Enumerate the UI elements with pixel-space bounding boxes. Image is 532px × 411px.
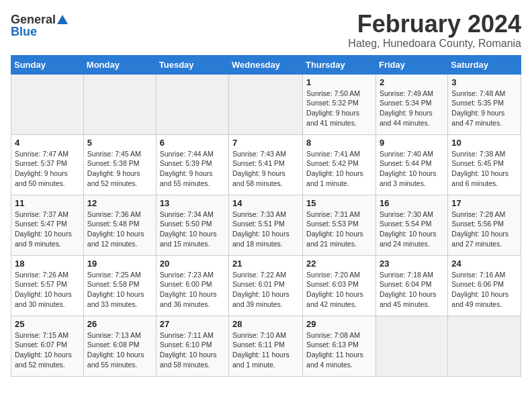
day-cell: 27Sunrise: 7:11 AMSunset: 6:10 PMDayligh…	[156, 316, 228, 376]
day-cell: 9Sunrise: 7:40 AMSunset: 5:44 PMDaylight…	[375, 134, 447, 195]
day-detail: Sunrise: 7:11 AMSunset: 6:10 PMDaylight:…	[160, 330, 225, 370]
day-detail: Sunrise: 7:44 AMSunset: 5:39 PMDaylight:…	[160, 149, 225, 189]
day-cell: 3Sunrise: 7:48 AMSunset: 5:35 PMDaylight…	[448, 74, 521, 134]
day-number: 2	[380, 77, 444, 87]
page-header: General Blue February 2024 Hateg, Hunedo…	[11, 11, 521, 50]
day-cell: 15Sunrise: 7:31 AMSunset: 5:53 PMDayligh…	[303, 195, 376, 255]
logo-blue-text: Blue	[11, 26, 37, 38]
day-cell: 13Sunrise: 7:34 AMSunset: 5:50 PMDayligh…	[156, 195, 228, 255]
day-detail: Sunrise: 7:31 AMSunset: 5:53 PMDaylight:…	[306, 210, 372, 249]
day-number: 29	[306, 319, 372, 329]
day-cell: 5Sunrise: 7:45 AMSunset: 5:38 PMDaylight…	[83, 134, 156, 195]
day-number: 10	[451, 138, 517, 148]
header-saturday: Saturday	[448, 55, 521, 74]
day-number: 21	[232, 259, 299, 269]
day-cell: 21Sunrise: 7:22 AMSunset: 6:01 PMDayligh…	[229, 255, 303, 316]
day-cell: 1Sunrise: 7:50 AMSunset: 5:32 PMDaylight…	[303, 74, 376, 134]
day-number: 15	[306, 198, 372, 208]
day-detail: Sunrise: 7:40 AMSunset: 5:44 PMDaylight:…	[380, 149, 444, 189]
day-cell: 2Sunrise: 7:49 AMSunset: 5:34 PMDaylight…	[375, 74, 447, 134]
day-cell: 11Sunrise: 7:37 AMSunset: 5:47 PMDayligh…	[11, 195, 84, 255]
day-detail: Sunrise: 7:15 AMSunset: 6:07 PMDaylight:…	[15, 330, 80, 370]
logo-general-text: General	[11, 13, 56, 26]
day-cell: 12Sunrise: 7:36 AMSunset: 5:48 PMDayligh…	[83, 195, 156, 255]
day-cell	[375, 316, 447, 376]
day-cell: 24Sunrise: 7:16 AMSunset: 6:06 PMDayligh…	[448, 255, 521, 316]
day-cell	[448, 316, 521, 376]
day-detail: Sunrise: 7:16 AMSunset: 6:06 PMDaylight:…	[451, 270, 517, 310]
day-detail: Sunrise: 7:25 AMSunset: 5:58 PMDaylight:…	[87, 270, 152, 310]
day-cell	[11, 74, 84, 134]
day-cell: 22Sunrise: 7:20 AMSunset: 6:03 PMDayligh…	[303, 255, 376, 316]
day-detail: Sunrise: 7:22 AMSunset: 6:01 PMDaylight:…	[232, 270, 299, 310]
day-cell	[229, 74, 303, 134]
day-cell: 29Sunrise: 7:08 AMSunset: 6:13 PMDayligh…	[303, 316, 376, 376]
day-number: 26	[87, 319, 152, 329]
day-number: 25	[15, 319, 80, 329]
day-cell: 7Sunrise: 7:43 AMSunset: 5:41 PMDaylight…	[229, 134, 303, 195]
day-cell: 10Sunrise: 7:38 AMSunset: 5:45 PMDayligh…	[448, 134, 521, 195]
day-cell	[83, 74, 156, 134]
day-cell: 4Sunrise: 7:47 AMSunset: 5:37 PMDaylight…	[11, 134, 84, 195]
day-number: 11	[15, 198, 80, 208]
calendar-header-row: SundayMondayTuesdayWednesdayThursdayFrid…	[11, 55, 521, 74]
day-detail: Sunrise: 7:48 AMSunset: 5:35 PMDaylight:…	[451, 89, 517, 128]
day-number: 3	[451, 77, 517, 87]
day-number: 20	[160, 259, 225, 269]
day-cell: 18Sunrise: 7:26 AMSunset: 5:57 PMDayligh…	[11, 255, 84, 316]
day-number: 8	[306, 138, 372, 148]
day-detail: Sunrise: 7:20 AMSunset: 6:03 PMDaylight:…	[306, 270, 372, 310]
header-thursday: Thursday	[303, 55, 376, 74]
header-sunday: Sunday	[11, 55, 84, 74]
title-area: February 2024 Hateg, Hunedoara County, R…	[348, 11, 521, 50]
week-row-5: 25Sunrise: 7:15 AMSunset: 6:07 PMDayligh…	[11, 316, 521, 376]
day-detail: Sunrise: 7:10 AMSunset: 6:11 PMDaylight:…	[232, 330, 299, 370]
day-cell: 19Sunrise: 7:25 AMSunset: 5:58 PMDayligh…	[83, 255, 156, 316]
day-detail: Sunrise: 7:34 AMSunset: 5:50 PMDaylight:…	[160, 210, 225, 249]
day-detail: Sunrise: 7:49 AMSunset: 5:34 PMDaylight:…	[380, 89, 444, 128]
day-number: 14	[232, 198, 299, 208]
day-number: 24	[451, 259, 517, 269]
day-cell: 6Sunrise: 7:44 AMSunset: 5:39 PMDaylight…	[156, 134, 228, 195]
day-number: 5	[87, 138, 152, 148]
week-row-2: 4Sunrise: 7:47 AMSunset: 5:37 PMDaylight…	[11, 134, 521, 195]
day-number: 1	[306, 77, 372, 87]
day-cell: 28Sunrise: 7:10 AMSunset: 6:11 PMDayligh…	[229, 316, 303, 376]
calendar-location: Hateg, Hunedoara County, Romania	[348, 38, 521, 50]
day-cell: 16Sunrise: 7:30 AMSunset: 5:54 PMDayligh…	[375, 195, 447, 255]
day-detail: Sunrise: 7:43 AMSunset: 5:41 PMDaylight:…	[232, 149, 299, 189]
week-row-4: 18Sunrise: 7:26 AMSunset: 5:57 PMDayligh…	[11, 255, 521, 316]
header-wednesday: Wednesday	[229, 55, 303, 74]
day-number: 23	[380, 259, 444, 269]
header-friday: Friday	[375, 55, 447, 74]
day-detail: Sunrise: 7:38 AMSunset: 5:45 PMDaylight:…	[451, 149, 517, 189]
day-detail: Sunrise: 7:30 AMSunset: 5:54 PMDaylight:…	[380, 210, 444, 249]
calendar-table: SundayMondayTuesdayWednesdayThursdayFrid…	[11, 55, 521, 377]
day-number: 9	[380, 138, 444, 148]
day-cell: 23Sunrise: 7:18 AMSunset: 6:04 PMDayligh…	[375, 255, 447, 316]
logo: General Blue	[11, 11, 68, 38]
header-monday: Monday	[83, 55, 156, 74]
day-cell: 25Sunrise: 7:15 AMSunset: 6:07 PMDayligh…	[11, 316, 84, 376]
day-detail: Sunrise: 7:37 AMSunset: 5:47 PMDaylight:…	[15, 210, 80, 249]
day-number: 12	[87, 198, 152, 208]
day-detail: Sunrise: 7:08 AMSunset: 6:13 PMDaylight:…	[306, 330, 372, 370]
day-detail: Sunrise: 7:13 AMSunset: 6:08 PMDaylight:…	[87, 330, 152, 370]
day-detail: Sunrise: 7:18 AMSunset: 6:04 PMDaylight:…	[380, 270, 444, 310]
day-detail: Sunrise: 7:33 AMSunset: 5:51 PMDaylight:…	[232, 210, 299, 249]
day-number: 18	[15, 259, 80, 269]
day-cell: 8Sunrise: 7:41 AMSunset: 5:42 PMDaylight…	[303, 134, 376, 195]
day-detail: Sunrise: 7:47 AMSunset: 5:37 PMDaylight:…	[15, 149, 80, 189]
day-cell: 17Sunrise: 7:28 AMSunset: 5:56 PMDayligh…	[448, 195, 521, 255]
day-cell	[156, 74, 228, 134]
day-detail: Sunrise: 7:36 AMSunset: 5:48 PMDaylight:…	[87, 210, 152, 249]
day-number: 27	[160, 319, 225, 329]
day-number: 6	[160, 138, 225, 148]
day-number: 17	[451, 198, 517, 208]
day-number: 22	[306, 259, 372, 269]
day-detail: Sunrise: 7:41 AMSunset: 5:42 PMDaylight:…	[306, 149, 372, 189]
day-number: 19	[87, 259, 152, 269]
header-tuesday: Tuesday	[156, 55, 228, 74]
day-detail: Sunrise: 7:23 AMSunset: 6:00 PMDaylight:…	[160, 270, 225, 310]
day-detail: Sunrise: 7:45 AMSunset: 5:38 PMDaylight:…	[87, 149, 152, 189]
